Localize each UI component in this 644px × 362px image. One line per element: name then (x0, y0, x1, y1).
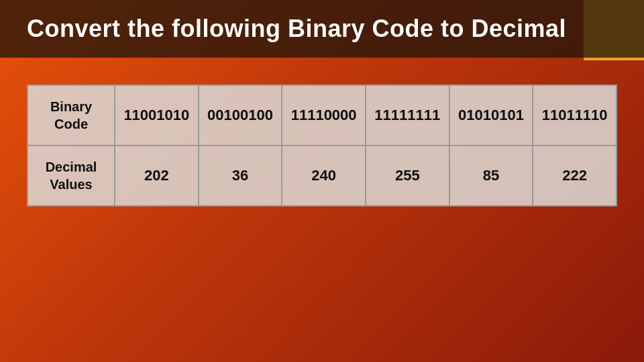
binary-val-2: 00100100 (199, 85, 282, 145)
decimal-val-6: 222 (533, 145, 616, 206)
decimal-row: Decimal Values 202 36 240 255 85 222 (28, 145, 616, 206)
binary-val-4: 11111111 (366, 85, 449, 145)
decimal-val-1: 202 (115, 145, 199, 206)
binary-val-1: 11001010 (115, 85, 199, 145)
binary-row-label: Binary Code (28, 85, 115, 145)
decimal-row-label: Decimal Values (28, 145, 115, 206)
binary-val-3: 11110000 (282, 85, 366, 145)
header-band: Convert the following Binary Code to Dec… (0, 0, 644, 58)
binary-val-5: 01010101 (449, 85, 533, 145)
decimal-val-5: 85 (449, 145, 533, 206)
decimal-val-2: 36 (199, 145, 282, 206)
decimal-val-3: 240 (282, 145, 366, 206)
decimal-val-4: 255 (366, 145, 449, 206)
binary-row: Binary Code 11001010 00100100 11110000 1… (28, 85, 616, 145)
conversion-table: Binary Code 11001010 00100100 11110000 1… (27, 84, 617, 206)
table-container: Binary Code 11001010 00100100 11110000 1… (27, 84, 617, 206)
page-title: Convert the following Binary Code to Dec… (27, 15, 617, 43)
binary-val-6: 11011110 (533, 85, 616, 145)
